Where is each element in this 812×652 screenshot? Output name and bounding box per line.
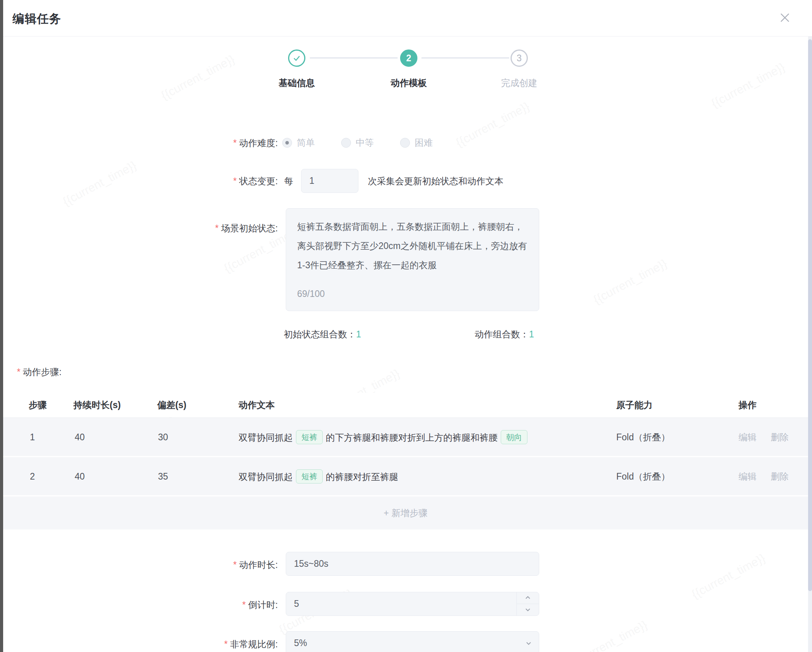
scrollbar-thumb[interactable] [808, 39, 812, 591]
initial-state-label: 场景初始状态: [118, 222, 278, 234]
difficulty-label: 动作难度: [118, 137, 278, 149]
action-text-segment: 的裤腰对折至裤腿 [326, 472, 398, 482]
unusual-ratio-label: 非常规比例: [118, 638, 278, 650]
radio-hard-circle[interactable] [400, 138, 410, 148]
page-edge-strip [0, 0, 3, 652]
action-duration-label: 动作时长: [118, 559, 278, 571]
row-separator [3, 456, 808, 457]
action-duration-input[interactable]: 15s~80s [286, 552, 539, 576]
state-change-prefix: 每 [284, 175, 293, 187]
state-change-input[interactable]: 1 [301, 169, 358, 193]
cell-deviation: 30 [158, 432, 168, 442]
radio-hard[interactable]: 困难 [400, 137, 433, 149]
watermark-text: {{current_time}} [159, 52, 237, 102]
header-divider [3, 36, 812, 37]
cell-step: 2 [30, 471, 35, 482]
radio-medium-circle[interactable] [341, 138, 351, 148]
cell-action-text: 双臂协同抓起短裤的下方裤腿和裤腰对折到上方的裤腿和裤腰朝向 [239, 430, 531, 444]
cell-actions: 编辑删除 [739, 431, 803, 443]
dialog-header [3, 0, 812, 36]
action-tag: 短裤 [296, 469, 323, 484]
table-row: 24035双臂协同抓起短裤的裤腰对折至裤腿Fold（折叠）编辑删除 [3, 457, 808, 495]
action-combo-label: 动作组合数： [475, 329, 529, 339]
table-row: 14030双臂协同抓起短裤的下方裤腿和裤腰对折到上方的裤腿和裤腰朝向Fold（折… [3, 418, 808, 456]
check-icon [292, 54, 301, 62]
countdown-value: 5 [294, 599, 299, 609]
radio-medium-label: 中等 [356, 137, 374, 149]
step-1-label: 基础信息 [254, 77, 340, 89]
step-3-circle: 3 [511, 49, 528, 67]
countdown-label: 倒计时: [118, 599, 278, 611]
step-2-circle: 2 [400, 49, 417, 67]
countdown-input[interactable]: 5 [286, 592, 539, 616]
cell-step: 1 [30, 432, 35, 442]
radio-hard-label: 困难 [415, 137, 433, 149]
char-counter: 69/100 [297, 284, 325, 304]
radio-medium[interactable]: 中等 [341, 137, 374, 149]
cell-actions: 编辑删除 [739, 470, 803, 482]
step-3-number: 3 [517, 53, 522, 64]
step-2-number: 2 [406, 53, 412, 64]
action-combo-value: 1 [529, 329, 534, 339]
col-text: 动作文本 [239, 399, 275, 411]
chevron-up-icon [525, 595, 531, 601]
select-chevron-down-icon [525, 638, 532, 648]
action-duration-value: 15s~80s [294, 559, 329, 569]
initial-combo-label: 初始状态组合数： [284, 329, 356, 339]
cell-duration: 40 [75, 432, 85, 442]
stepper-down-button[interactable] [517, 604, 539, 616]
cell-deviation: 35 [158, 471, 168, 482]
col-deviation: 偏差(s) [157, 399, 186, 411]
unusual-ratio-value: 5% [294, 638, 307, 648]
cell-action-text: 双臂协同抓起短裤的裤腰对折至裤腿 [239, 469, 398, 484]
cell-ability: Fold（折叠） [616, 431, 670, 443]
action-text-segment: 的下方裤腿和裤腰对折到上方的裤腿和裤腰 [326, 432, 498, 443]
step-connector-2 [421, 57, 509, 59]
col-actions: 操作 [739, 399, 757, 411]
radio-easy[interactable]: 简单 [282, 137, 315, 149]
edit-link[interactable]: 编辑 [739, 432, 757, 442]
action-text-segment: 双臂协同抓起 [239, 472, 293, 482]
steps-table-header: 步骤 持续时长(s) 偏差(s) 动作文本 原子能力 操作 [3, 393, 808, 417]
action-steps-label: 动作步骤: [17, 366, 62, 378]
radio-easy-label: 简单 [297, 137, 315, 149]
state-change-label: 状态变更: [118, 175, 278, 187]
initial-combo-count: 初始状态组合数：1 [284, 328, 361, 341]
watermark-text: {{current_time}} [571, 618, 650, 652]
dialog-title: 编辑任务 [13, 11, 61, 27]
action-tag: 短裤 [296, 430, 323, 444]
step-connector-1 [310, 57, 398, 59]
col-ability: 原子能力 [616, 399, 652, 411]
col-step: 步骤 [29, 399, 47, 411]
step-3-label: 完成创建 [476, 77, 562, 89]
action-combo-count: 动作组合数：1 [475, 328, 534, 341]
radio-easy-circle[interactable] [282, 138, 292, 148]
watermark-text: {{current_time}} [591, 256, 669, 306]
watermark-text: {{current_time}} [689, 551, 768, 601]
state-change-suffix: 次采集会更新初始状态和动作文本 [368, 175, 503, 187]
stepper-up-button[interactable] [517, 592, 539, 604]
close-icon[interactable] [779, 12, 791, 24]
action-text-segment: 双臂协同抓起 [239, 432, 293, 443]
state-change-value: 1 [309, 176, 314, 186]
initial-state-text: 短裤五条数据背面朝上，五条数据正面朝上，裤腰朝右，离头部视野下方至少20cm之外… [297, 217, 528, 275]
edit-link[interactable]: 编辑 [739, 471, 757, 481]
delete-link[interactable]: 删除 [771, 471, 789, 481]
col-duration: 持续时长(s) [73, 399, 121, 411]
delete-link[interactable]: 删除 [771, 432, 789, 442]
chevron-down-icon [525, 606, 531, 613]
cell-ability: Fold（折叠） [616, 470, 670, 482]
watermark-text: {{current_time}} [709, 60, 787, 110]
unusual-ratio-select[interactable]: 5% [286, 631, 539, 652]
step-1-circle [288, 49, 305, 67]
countdown-stepper [516, 592, 539, 615]
action-tag: 朝向 [501, 430, 527, 444]
watermark-text: {{current_time}} [454, 99, 532, 149]
steps-table-body: 14030双臂协同抓起短裤的下方裤腿和裤腰对折到上方的裤腿和裤腰朝向Fold（折… [3, 418, 808, 529]
cell-duration: 40 [75, 471, 85, 482]
initial-combo-value: 1 [356, 329, 361, 339]
step-2-label: 动作模板 [366, 77, 452, 89]
initial-state-textarea[interactable]: 短裤五条数据背面朝上，五条数据正面朝上，裤腰朝右，离头部视野下方至少20cm之外… [286, 208, 539, 311]
add-step-button[interactable]: + 新增步骤 [3, 496, 808, 530]
